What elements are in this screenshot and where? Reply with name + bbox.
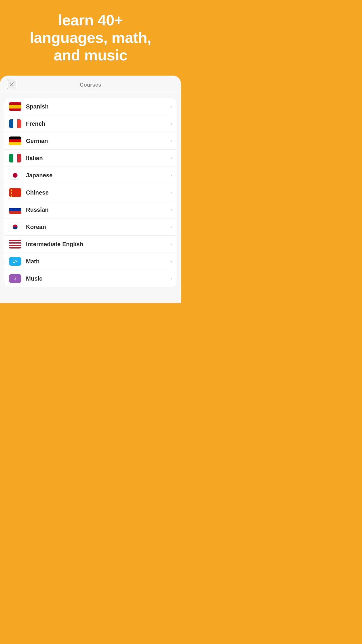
chevron-french: › (171, 121, 172, 126)
course-name-german: German (26, 138, 171, 144)
close-button[interactable] (7, 80, 16, 89)
chevron-intermediate-english: › (171, 242, 172, 247)
course-name-math: Math (26, 258, 171, 265)
flag-korean (9, 223, 21, 231)
flag-french (9, 119, 21, 128)
flag-chinese: ★★★★ (9, 188, 21, 197)
course-name-music: Music (26, 275, 171, 282)
course-item-french[interactable]: French › (4, 115, 177, 132)
course-item-korean[interactable]: Korean › (4, 218, 177, 236)
flag-german (9, 136, 21, 145)
close-icon (9, 82, 14, 87)
flag-math: ±× (9, 257, 21, 266)
chevron-chinese: › (171, 190, 172, 195)
course-name-italian: Italian (26, 155, 171, 162)
course-item-italian[interactable]: Italian › (4, 150, 177, 167)
chevron-spanish: › (171, 104, 172, 109)
course-item-math[interactable]: ±× Math › (4, 253, 177, 270)
flag-spanish (9, 102, 21, 111)
chevron-math: › (171, 259, 172, 264)
course-item-spanish[interactable]: Spanish › (4, 98, 177, 115)
chevron-japanese: › (171, 173, 172, 178)
course-name-korean: Korean (26, 224, 171, 230)
flag-music: ♪ (9, 274, 21, 283)
hero-section: learn 40+languages, math,and music (0, 0, 181, 73)
course-item-russian[interactable]: Russian › (4, 201, 177, 218)
courses-header-title: Courses (80, 82, 101, 88)
chevron-music: › (171, 276, 172, 281)
course-name-russian: Russian (26, 206, 171, 213)
flag-italian (9, 154, 21, 162)
courses-list: Spanish › French › (4, 98, 177, 287)
flag-japanese (9, 171, 21, 180)
chevron-german: › (171, 138, 172, 144)
course-item-chinese[interactable]: ★★★★ Chinese › (4, 184, 177, 201)
course-name-chinese: Chinese (26, 189, 171, 196)
course-name-intermediate-english: Intermediate English (26, 241, 171, 248)
course-item-intermediate-english[interactable]: Intermediate English › (4, 236, 177, 253)
course-name-japanese: Japanese (26, 172, 171, 179)
card-header: Courses (0, 76, 181, 93)
course-name-spanish: Spanish (26, 103, 171, 110)
flag-intermediate-english (9, 240, 21, 249)
card-container: Courses Spanish › (0, 76, 181, 303)
course-item-japanese[interactable]: Japanese › (4, 167, 177, 184)
flag-russian (9, 205, 21, 214)
chevron-korean: › (171, 224, 172, 230)
hero-title: learn 40+languages, math,and music (9, 12, 172, 64)
chevron-russian: › (171, 207, 172, 212)
course-name-french: French (26, 120, 171, 127)
chevron-italian: › (171, 155, 172, 161)
course-item-german[interactable]: German › (4, 132, 177, 150)
course-item-music[interactable]: ♪ Music › (4, 270, 177, 287)
